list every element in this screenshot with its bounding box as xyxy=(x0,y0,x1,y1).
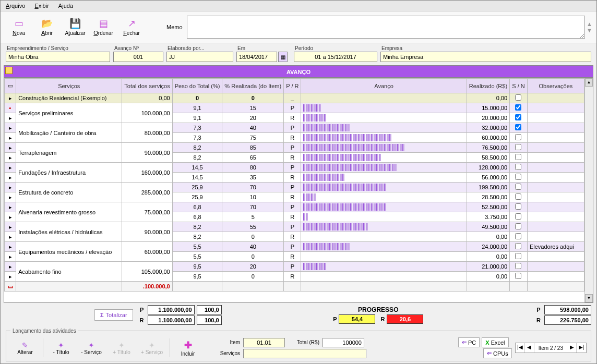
memo-input[interactable] xyxy=(187,16,586,39)
nav-first[interactable]: |◀ xyxy=(516,343,525,353)
minus-servico-button[interactable]: ✦- Serviço xyxy=(77,337,106,359)
row-marker[interactable]: ▸ xyxy=(5,183,16,192)
row-marker[interactable]: ▸ xyxy=(5,272,16,282)
atualizar-button[interactable]: 💾Atualizar xyxy=(61,15,89,40)
col-sn[interactable]: S / N xyxy=(510,79,528,93)
sn-checkbox[interactable] xyxy=(515,273,521,279)
header-fields: Empreendimento / Serviço Avanço Nº Elabo… xyxy=(1,43,596,64)
periodo-input[interactable] xyxy=(294,52,377,62)
sn-checkbox[interactable] xyxy=(515,233,521,239)
alterar-button[interactable]: ✎Alterar xyxy=(10,337,40,359)
cell-servico[interactable]: Estrutura de concreto xyxy=(16,183,122,202)
row-marker[interactable]: ▪ xyxy=(5,103,16,113)
totalizar-button[interactable]: ΣTotalizar xyxy=(94,309,133,321)
sn-checkbox[interactable] xyxy=(515,144,521,150)
col-realizada[interactable]: % Realizada (do Item) xyxy=(222,79,284,93)
col-peso[interactable]: Peso do Total (%) xyxy=(172,79,222,93)
sn-checkbox[interactable] xyxy=(515,94,521,101)
calendar-button[interactable]: ▦ xyxy=(278,52,288,62)
elaborado-input[interactable] xyxy=(166,52,233,62)
sn-checkbox[interactable] xyxy=(515,203,521,210)
cell-servico[interactable]: Fundações / Infraestrutura xyxy=(16,163,122,183)
col-avanco[interactable]: Avanço xyxy=(301,79,467,93)
menu-exibir[interactable]: Exibir xyxy=(34,3,49,9)
row-marker[interactable]: ▸ xyxy=(5,153,16,163)
avanco-n-input[interactable] xyxy=(113,52,163,62)
corner-icon[interactable] xyxy=(5,67,13,74)
sn-checkbox[interactable] xyxy=(515,114,521,120)
row-marker[interactable]: ▸ xyxy=(5,222,16,232)
save-icon: 💾 xyxy=(69,18,81,29)
cpus-button[interactable]: ⇐CPUs xyxy=(483,348,512,358)
sn-checkbox[interactable] xyxy=(515,253,521,259)
cell-servico[interactable]: Alvenaria revestimento grosso xyxy=(16,202,122,222)
col-total[interactable]: Total dos serviços xyxy=(122,79,172,93)
sn-checkbox[interactable] xyxy=(515,124,521,130)
sn-checkbox[interactable] xyxy=(515,174,521,180)
em-date-input[interactable] xyxy=(236,52,277,62)
sn-checkbox[interactable] xyxy=(515,213,521,220)
menu-arquivo[interactable]: Arquivo xyxy=(6,3,25,9)
row-marker[interactable]: ▸ xyxy=(5,242,16,252)
sn-checkbox[interactable] xyxy=(515,184,521,190)
row-marker[interactable]: ▸ xyxy=(5,143,16,153)
row-marker[interactable]: ▸ xyxy=(5,262,16,272)
row-marker[interactable]: ▸ xyxy=(5,232,16,242)
ordenar-button[interactable]: ▤Ordenar xyxy=(89,15,117,40)
item-input[interactable] xyxy=(243,338,285,347)
sn-checkbox[interactable] xyxy=(515,154,521,160)
toolbar: ▭Nova 📂Abrir 💾Atualizar ▤Ordenar ↗Fechar… xyxy=(1,11,596,43)
cell-servico[interactable]: Serviços preliminares xyxy=(16,103,122,123)
new-icon: ▭ xyxy=(15,18,23,29)
sn-checkbox[interactable] xyxy=(515,223,521,229)
row-marker[interactable]: ▸ xyxy=(5,192,16,202)
incluir-button[interactable]: ✚Incluir xyxy=(173,337,202,359)
nav-last[interactable]: ▶| xyxy=(577,343,586,353)
row-marker[interactable]: ▸ xyxy=(5,93,16,103)
col-marker[interactable]: ▭ xyxy=(5,79,16,93)
servicos-input[interactable] xyxy=(243,349,366,358)
col-realizado-rs[interactable]: Realizado (R$) xyxy=(467,79,509,93)
total-rs-input[interactable] xyxy=(323,338,364,347)
excel-button[interactable]: XExcel xyxy=(482,337,508,347)
col-obs[interactable]: Observações xyxy=(527,79,584,93)
sn-checkbox[interactable] xyxy=(515,243,521,249)
cell-servico[interactable]: Construção Residencial (Exemplo) xyxy=(16,93,122,103)
record-navigator: |◀ ◀ Item 2 / 23 ▶ ▶| xyxy=(515,343,587,353)
row-marker[interactable]: ▸ xyxy=(5,113,16,123)
row-marker[interactable]: ▸ xyxy=(5,202,16,212)
minus-titulo-button[interactable]: ✦- Título xyxy=(46,337,76,359)
menu-ajuda[interactable]: Ajuda xyxy=(58,3,73,9)
right-r-value xyxy=(544,316,591,325)
open-icon: 📂 xyxy=(41,18,53,29)
plus-titulo-button[interactable]: ✦+ Título xyxy=(107,337,136,359)
cell-servico[interactable]: Instalações elétricas / hidráulicas xyxy=(16,222,122,242)
col-pr[interactable]: P / R xyxy=(284,79,301,93)
nova-button[interactable]: ▭Nova xyxy=(5,15,33,40)
row-marker[interactable]: ▸ xyxy=(5,123,16,133)
sn-checkbox[interactable] xyxy=(515,263,521,269)
cell-servico[interactable]: Acabamento fino xyxy=(16,262,122,282)
pc-button[interactable]: ⇐PC xyxy=(458,337,480,347)
sn-checkbox[interactable] xyxy=(515,164,521,170)
row-marker[interactable]: ▸ xyxy=(5,252,16,262)
col-servicos[interactable]: Serviços xyxy=(16,79,122,93)
cell-servico[interactable]: Equipamentos mecânicos / elevação xyxy=(16,242,122,262)
abrir-button[interactable]: 📂Abrir xyxy=(33,15,61,40)
vertical-scrollbar[interactable]: ▲▼ xyxy=(584,78,593,302)
nav-next[interactable]: ▶ xyxy=(567,343,577,353)
nav-prev[interactable]: ◀ xyxy=(525,343,534,353)
plus-servico-button[interactable]: ✦+ Serviço xyxy=(137,337,166,359)
cell-servico[interactable]: Mobilização / Canteiro de obra xyxy=(16,123,122,143)
row-marker[interactable]: ▸ xyxy=(5,133,16,143)
empresa-input[interactable] xyxy=(380,52,591,62)
sn-checkbox[interactable] xyxy=(515,134,521,140)
cell-servico[interactable]: Terraplenagem xyxy=(16,143,122,163)
row-marker[interactable]: ▸ xyxy=(5,173,16,183)
sn-checkbox[interactable] xyxy=(515,104,521,111)
fechar-button[interactable]: ↗Fechar xyxy=(117,15,146,40)
sn-checkbox[interactable] xyxy=(515,193,521,200)
empreendimento-input[interactable] xyxy=(6,52,110,62)
row-marker[interactable]: ▸ xyxy=(5,163,16,173)
row-marker[interactable]: ▸ xyxy=(5,212,16,222)
